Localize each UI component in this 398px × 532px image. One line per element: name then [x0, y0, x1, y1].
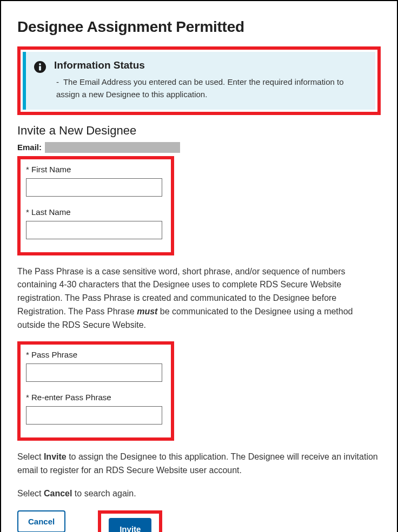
- page-frame: Designee Assignment Permitted Informatio…: [0, 0, 398, 532]
- cancel-help-text: Select Cancel to search again.: [17, 487, 381, 501]
- passphrase-help-text: The Pass Phrase is a case sensitive word…: [17, 265, 381, 332]
- invite-help-pre: Select: [17, 452, 44, 461]
- page-title: Designee Assignment Permitted: [17, 18, 381, 36]
- first-name-field: * First Name: [26, 165, 165, 197]
- alert-message: The Email Address you entered can be use…: [56, 77, 344, 99]
- cancel-button[interactable]: Cancel: [17, 510, 65, 532]
- last-name-field: * Last Name: [26, 207, 165, 239]
- pass-phrase-field: * Pass Phrase: [26, 350, 165, 382]
- last-name-input[interactable]: [26, 221, 162, 239]
- name-fields-highlight: * First Name * Last Name: [17, 156, 174, 255]
- alert-message-row: - The Email Address you entered can be u…: [54, 76, 366, 101]
- cancel-help-pre: Select: [17, 489, 44, 498]
- info-icon-wrap: [34, 60, 47, 76]
- invite-button[interactable]: Invite: [109, 518, 151, 532]
- passphrase-fields-highlight: * Pass Phrase * Re-enter Pass Phrase: [17, 341, 174, 441]
- cancel-help-strong: Cancel: [44, 489, 72, 498]
- reenter-pass-phrase-label: * Re-enter Pass Phrase: [26, 393, 165, 402]
- section-title: Invite a New Designee: [17, 124, 381, 138]
- email-label: Email:: [17, 143, 42, 152]
- reenter-pass-phrase-field: * Re-enter Pass Phrase: [26, 393, 165, 425]
- email-redacted: [45, 142, 180, 153]
- info-alert: Information Status - The Email Address y…: [23, 52, 375, 110]
- alert-dash: -: [56, 77, 61, 86]
- invite-button-highlight: Invite: [98, 510, 162, 532]
- pass-phrase-input[interactable]: [26, 363, 162, 382]
- invite-help-post: to assign the Designee to this applicati…: [17, 452, 378, 475]
- reenter-pass-phrase-input[interactable]: [26, 406, 162, 425]
- email-row: Email:: [17, 142, 381, 153]
- invite-help-text: Select Invite to assign the Designee to …: [17, 450, 381, 477]
- last-name-label: * Last Name: [26, 207, 165, 217]
- first-name-label: * First Name: [26, 165, 165, 174]
- button-row: Cancel Invite: [17, 510, 381, 532]
- svg-rect-2: [39, 66, 41, 70]
- pass-phrase-label: * Pass Phrase: [26, 350, 165, 359]
- info-icon: [34, 60, 47, 73]
- first-name-input[interactable]: [26, 178, 162, 197]
- alert-highlight: Information Status - The Email Address y…: [17, 46, 381, 115]
- passphrase-help-must: must: [137, 307, 157, 316]
- cancel-help-post: to search again.: [72, 489, 136, 498]
- svg-point-1: [39, 63, 41, 65]
- invite-help-strong: Invite: [44, 452, 67, 461]
- alert-heading: Information Status: [54, 59, 366, 71]
